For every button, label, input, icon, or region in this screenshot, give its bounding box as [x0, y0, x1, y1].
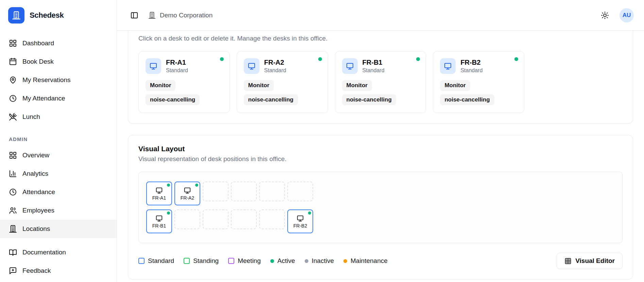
sidebar-item-dashboard[interactable]: Dashboard	[0, 34, 117, 52]
message-plus-icon	[9, 267, 17, 275]
legend-label: Standard	[148, 257, 174, 265]
desk-tag: Monitor	[146, 80, 175, 91]
sidebar-item-locations[interactable]: Locations	[0, 220, 117, 238]
sidebar-item-attendance[interactable]: Attendance	[0, 183, 117, 201]
sidebar-item-label: Locations	[22, 225, 50, 233]
floor-row-2: FR-B1 FR-B2	[146, 209, 615, 233]
desk-tile-fr-a1[interactable]: FR-A1	[146, 182, 172, 205]
empty-grid-cell[interactable]	[259, 182, 285, 201]
legend-row: Standard Standing Meeting Active Inactiv…	[138, 253, 623, 269]
desk-tags: Monitor noise-cancelling	[440, 80, 517, 105]
desk-card-header: FR-B2 Standard	[440, 58, 517, 74]
desk-icon-box	[244, 58, 259, 74]
monitor-icon	[444, 62, 452, 70]
active-status-dot	[318, 57, 322, 61]
desk-icon-box	[146, 58, 161, 74]
app-name: Schedesk	[30, 11, 64, 20]
standard-swatch	[138, 258, 145, 264]
layout-grid-icon	[9, 39, 17, 47]
sidebar-item-employees[interactable]: Employees	[0, 201, 117, 220]
desk-type: Standard	[460, 67, 482, 74]
desk-tags: Monitor noise-cancelling	[146, 80, 223, 105]
building-icon	[9, 225, 17, 233]
clock-icon	[9, 188, 17, 196]
active-status-dot	[514, 57, 518, 61]
legend-standard: Standard	[138, 257, 174, 265]
empty-grid-cell[interactable]	[231, 209, 257, 229]
utensils-icon	[9, 113, 17, 121]
desk-card-fr-b2[interactable]: FR-B2 Standard Monitor noise-cancelling	[433, 51, 524, 113]
sidebar-item-analytics[interactable]: Analytics	[0, 164, 117, 183]
desk-tags: Monitor noise-cancelling	[342, 80, 419, 105]
standing-swatch	[184, 258, 190, 264]
monitor-icon	[155, 215, 163, 222]
legend-label: Maintenance	[351, 257, 388, 265]
desk-tile-fr-a2[interactable]: FR-A2	[174, 182, 200, 205]
desk-type: Standard	[166, 67, 188, 74]
empty-grid-cell[interactable]	[174, 209, 200, 229]
legend-meeting: Meeting	[228, 257, 261, 265]
active-dot-swatch	[270, 259, 274, 263]
users-icon	[9, 206, 17, 215]
sidebar-item-label: Book Desk	[22, 58, 54, 65]
desk-name: FR-B2	[460, 59, 482, 66]
sidebar-item-documentation[interactable]: Documentation	[0, 243, 117, 262]
desk-tile-fr-b2[interactable]: FR-B2	[287, 209, 313, 233]
admin-section-label: ADMIN	[0, 126, 117, 146]
maintenance-dot-swatch	[343, 259, 347, 263]
page-content: Click on a desk to edit or delete it. Ma…	[117, 31, 644, 282]
sidebar-item-book-desk[interactable]: Book Desk	[0, 52, 117, 71]
sidebar-nav: Dashboard Book Desk My Reservations My A…	[0, 31, 117, 238]
desk-card-fr-b1[interactable]: FR-B1 Standard Monitor noise-cancelling	[335, 51, 426, 113]
tile-label: FR-A2	[181, 195, 194, 201]
desk-name: FR-A1	[166, 59, 188, 66]
desk-tile-fr-b1[interactable]: FR-B1	[146, 209, 172, 233]
visual-layout-title: Visual Layout	[138, 145, 623, 153]
active-status-dot	[167, 184, 170, 187]
monitor-icon	[184, 187, 191, 194]
calendar-icon	[9, 58, 17, 66]
tile-label: FR-B1	[152, 223, 166, 229]
sidebar-item-my-reservations[interactable]: My Reservations	[0, 71, 117, 89]
workspace-switcher[interactable]: Demo Corporation	[148, 12, 213, 19]
empty-grid-cell[interactable]	[203, 182, 228, 201]
building-icon	[148, 12, 156, 19]
theme-toggle-button[interactable]	[598, 8, 612, 22]
legend-label: Meeting	[238, 257, 261, 265]
main-area: Demo Corporation AU Click on a desk to e…	[117, 0, 644, 282]
active-status-dot	[195, 184, 198, 187]
desk-tag: Monitor	[440, 80, 470, 91]
desk-card-fr-a1[interactable]: FR-A1 Standard Monitor noise-cancelling	[138, 51, 230, 113]
sidebar-item-label: Feedback	[22, 267, 51, 275]
visual-editor-button[interactable]: Visual Editor	[557, 253, 623, 269]
sidebar-footer: Documentation Feedback	[0, 243, 117, 282]
sidebar-toggle-button[interactable]	[127, 8, 141, 22]
legend-active: Active	[270, 257, 295, 265]
user-avatar[interactable]: AU	[620, 8, 634, 22]
inactive-dot-swatch	[305, 259, 308, 263]
desk-tag: noise-cancelling	[244, 94, 298, 105]
sidebar-item-my-attendance[interactable]: My Attendance	[0, 89, 117, 108]
sidebar-header: Schedesk	[0, 0, 117, 31]
floor-plan-panel: FR-A1 FR-A2 FR-B1	[138, 172, 623, 243]
empty-grid-cell[interactable]	[287, 182, 313, 201]
sidebar-item-label: Attendance	[22, 188, 55, 196]
empty-grid-cell[interactable]	[203, 209, 228, 229]
floor-row-1: FR-A1 FR-A2	[146, 182, 615, 205]
visual-editor-label: Visual Editor	[575, 257, 615, 265]
desk-title-group: FR-A2 Standard	[264, 59, 286, 74]
empty-grid-cell[interactable]	[231, 182, 257, 201]
empty-grid-cell[interactable]	[259, 209, 285, 229]
active-status-dot	[220, 57, 224, 61]
sidebar-item-lunch[interactable]: Lunch	[0, 108, 117, 126]
legend-inactive: Inactive	[305, 257, 334, 265]
sidebar-item-feedback[interactable]: Feedback	[0, 262, 117, 280]
desk-card-fr-a2[interactable]: FR-A2 Standard Monitor noise-cancelling	[237, 51, 328, 113]
sidebar-item-label: Analytics	[22, 170, 48, 177]
sidebar-item-overview[interactable]: Overview	[0, 146, 117, 164]
desk-title-group: FR-B1 Standard	[362, 59, 385, 74]
sidebar-item-label: My Reservations	[22, 76, 71, 84]
desk-tag: Monitor	[342, 80, 372, 91]
active-status-dot	[308, 212, 311, 215]
legend-maintenance: Maintenance	[343, 257, 388, 265]
